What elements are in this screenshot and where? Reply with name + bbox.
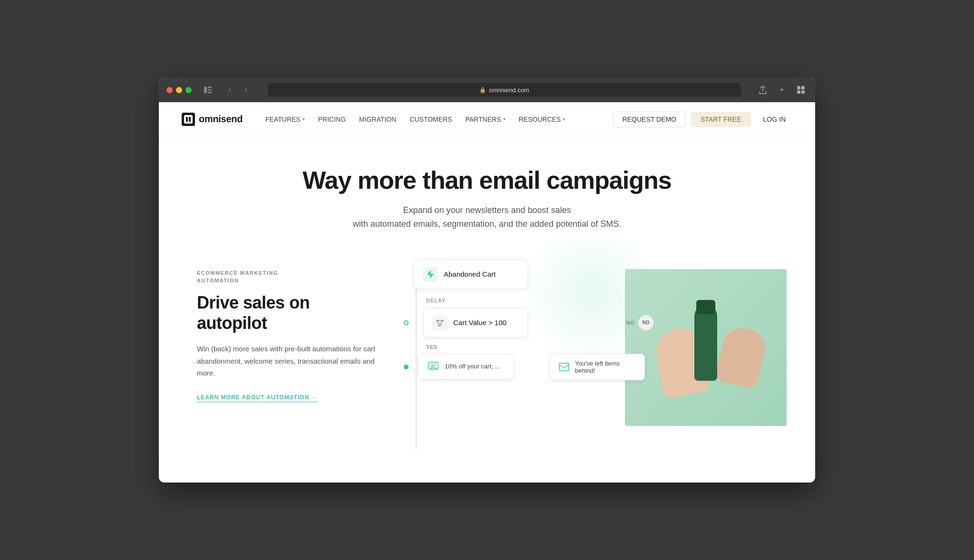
nav-partners[interactable]: PARTNERS ▾ (466, 116, 506, 123)
header-actions: REQUEST DEMO START FREE LOG IN (614, 111, 792, 127)
no-label: NO (626, 320, 635, 326)
browser-nav: ‹ › (223, 83, 253, 97)
feature-right: Abandoned Cart DELAY (406, 260, 777, 450)
cart-value-card-wrapper: Cart Value > 100 NO NO (406, 308, 587, 338)
feature-section: ECOMMERCE MARKETING AUTOMATION Drive sal… (159, 231, 815, 450)
nav-resources[interactable]: RESOURCES ▾ (519, 116, 565, 123)
email-icon (558, 360, 570, 374)
feature-title: Drive sales on autopilot (197, 292, 378, 333)
feature-left: ECOMMERCE MARKETING AUTOMATION Drive sal… (197, 260, 378, 402)
svg-rect-1 (208, 87, 212, 88)
sms-card-wrapper: 10% off your cart, ... (406, 354, 514, 380)
email-card: You've left items behind! (550, 354, 645, 380)
browser-toolbar: ‹ › 🔒 omnisend.com + (159, 77, 815, 102)
hero-subtitle: Expand on your newsletters and boost sal… (182, 203, 792, 231)
svg-rect-4 (797, 86, 800, 89)
automation-flow: Abandoned Cart DELAY (406, 260, 587, 380)
svg-rect-0 (204, 87, 207, 93)
svg-rect-10 (559, 363, 569, 371)
no-branch: NO NO (626, 315, 654, 330)
card3-label: 10% off your cart, ... (445, 363, 500, 370)
logo-area[interactable]: omnisend (182, 113, 243, 126)
feature-tag: ECOMMERCE MARKETING AUTOMATION (197, 269, 378, 285)
logo-icon (182, 113, 195, 126)
login-button[interactable]: LOG IN (757, 112, 792, 127)
bottle (694, 305, 717, 381)
page-content: omnisend FEATURES ▾ PRICING MIGRATION CU… (159, 102, 815, 483)
chevron-down-icon: ▾ (563, 116, 565, 122)
product-bottle (677, 300, 734, 395)
grid-view-icon[interactable] (794, 83, 808, 97)
sms-card: 10% off your cart, ... (419, 354, 514, 379)
start-free-button[interactable]: START FREE (691, 112, 751, 127)
yes-label: YES (414, 344, 587, 350)
feature-description: Win (back) more sales with pre-built aut… (197, 343, 378, 379)
flow-connector-line (416, 284, 417, 450)
lightning-icon (423, 267, 438, 282)
nav-pricing[interactable]: PRICING (318, 116, 346, 123)
bottle-cap (696, 300, 715, 314)
url-text: omnisend.com (489, 87, 529, 94)
card2-label: Cart Value > 100 (453, 319, 506, 327)
chevron-down-icon: ▾ (302, 116, 305, 122)
no-badge: NO (638, 315, 653, 330)
svg-rect-8 (184, 115, 193, 124)
card4-label: You've left items behind! (575, 360, 637, 374)
product-image-area (625, 269, 787, 426)
abandoned-cart-card: Abandoned Cart (414, 260, 587, 289)
share-icon[interactable] (756, 83, 769, 97)
bottom-cards-row: 10% off your cart, ... (406, 354, 587, 380)
automation-container: Abandoned Cart DELAY (406, 260, 777, 440)
request-demo-button[interactable]: REQUEST DEMO (614, 111, 685, 127)
delay-label: DELAY (414, 298, 587, 303)
browser-actions: + (756, 83, 808, 97)
card1-label: Abandoned Cart (444, 270, 496, 278)
back-button[interactable]: ‹ (223, 83, 236, 97)
svg-rect-6 (797, 90, 800, 94)
logo-text: omnisend (199, 114, 243, 125)
learn-more-link[interactable]: LEARN MORE ABOUT AUTOMATION → (197, 394, 318, 402)
hand-right (713, 324, 769, 390)
svg-rect-3 (208, 92, 212, 93)
hero-title: Way more than email campaigns (182, 167, 792, 194)
site-header: omnisend FEATURES ▾ PRICING MIGRATION CU… (159, 102, 815, 136)
flow-dot-2 (404, 320, 409, 325)
lock-icon: 🔒 (479, 87, 486, 93)
minimize-button[interactable] (176, 87, 182, 93)
filter-icon (432, 315, 448, 330)
nav-features[interactable]: FEATURES ▾ (265, 116, 305, 123)
close-button[interactable] (166, 87, 173, 93)
address-bar[interactable]: 🔒 omnisend.com (268, 83, 741, 97)
maximize-button[interactable] (185, 87, 192, 93)
new-tab-icon[interactable]: + (775, 83, 789, 97)
flow-dot-3 (404, 365, 409, 369)
forward-button[interactable]: › (239, 83, 253, 97)
hero-section: Way more than email campaigns Expand on … (159, 136, 815, 231)
email-card-wrapper: You've left items behind! (550, 354, 645, 380)
svg-rect-7 (801, 90, 805, 94)
main-nav: FEATURES ▾ PRICING MIGRATION CUSTOMERS P… (265, 116, 614, 123)
svg-rect-2 (208, 89, 212, 91)
nav-customers[interactable]: CUSTOMERS (409, 116, 452, 123)
window-controls (166, 87, 192, 93)
chevron-down-icon: ▾ (503, 116, 506, 122)
product-visual (625, 269, 787, 426)
svg-rect-5 (801, 86, 805, 89)
browser-window: ‹ › 🔒 omnisend.com + (159, 77, 815, 483)
nav-migration[interactable]: MIGRATION (359, 116, 396, 123)
sidebar-toggle-icon[interactable] (201, 83, 214, 97)
sms-icon (427, 360, 440, 373)
